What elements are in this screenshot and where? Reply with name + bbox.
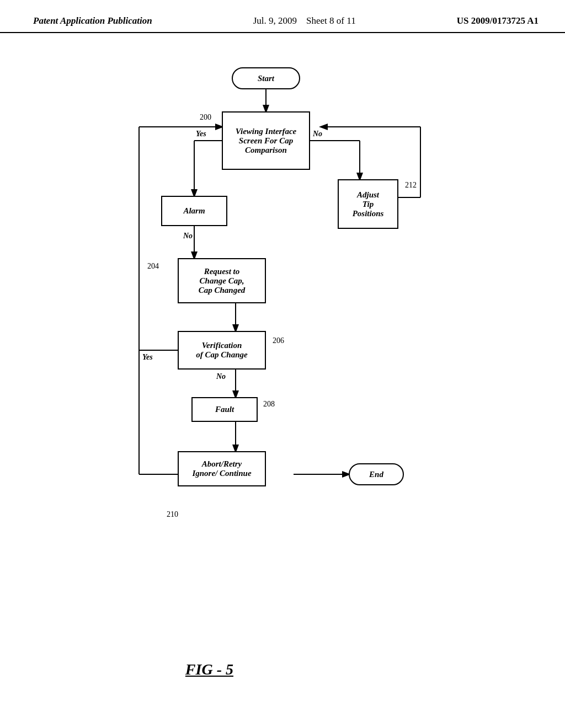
date-sheet-label: Jul. 9, 2009 Sheet 8 of 11 bbox=[253, 15, 356, 26]
ref-210: 210 bbox=[167, 510, 178, 519]
start-node: Start bbox=[232, 67, 300, 89]
fault-node: Fault bbox=[191, 397, 258, 422]
no3-label: No bbox=[216, 372, 226, 381]
no1-label: No bbox=[313, 130, 322, 138]
no2-label: No bbox=[183, 232, 193, 240]
ref-208: 208 bbox=[263, 400, 275, 409]
verification-node: Verification of Cap Change bbox=[178, 331, 266, 370]
yes2-label: Yes bbox=[142, 353, 153, 362]
date-label: Jul. 9, 2009 bbox=[253, 15, 297, 26]
yes1-label: Yes bbox=[196, 130, 206, 138]
figure-label: FIG - 5 bbox=[185, 661, 233, 678]
abort-retry-node: Abort/Retry Ignore/ Continue bbox=[178, 451, 266, 486]
page-header: Patent Application Publication Jul. 9, 2… bbox=[0, 0, 565, 33]
ref-212: 212 bbox=[405, 181, 417, 190]
publication-label: Patent Application Publication bbox=[33, 15, 152, 26]
request-change-node: Request to Change Cap, Cap Changed bbox=[178, 258, 266, 303]
flowchart-container: Start 200 Viewing Interface Screen For C… bbox=[89, 55, 476, 695]
patent-number-label: US 2009/0173725 A1 bbox=[457, 15, 539, 26]
ref-200: 200 bbox=[200, 113, 211, 122]
ref-206: 206 bbox=[273, 336, 284, 345]
viewing-interface-node: Viewing Interface Screen For Cap Compari… bbox=[222, 111, 310, 170]
end-node: End bbox=[349, 463, 404, 485]
adjust-tip-node: Adjust Tip Positions bbox=[338, 179, 398, 229]
sheet-label: Sheet 8 of 11 bbox=[306, 15, 356, 26]
alarm-node: Alarm bbox=[161, 196, 227, 226]
ref-204: 204 bbox=[147, 262, 159, 271]
